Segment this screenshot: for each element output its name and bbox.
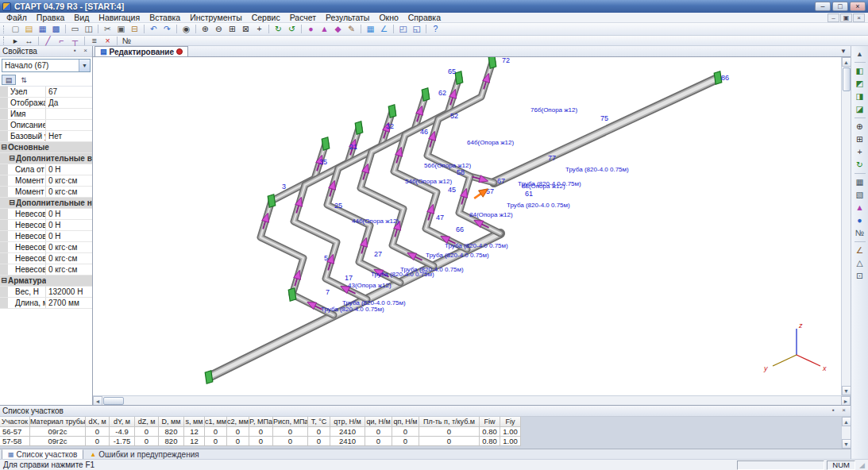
renumber-icon[interactable]: № — [120, 36, 133, 46]
node-label[interactable]: 66 — [456, 225, 464, 233]
pipe-loop-2[interactable] — [294, 128, 367, 299]
mdi-restore-button[interactable]: ▣ — [840, 13, 852, 22]
undo-icon[interactable]: ↶ — [147, 24, 160, 34]
view-top-icon[interactable]: ◩ — [853, 78, 867, 90]
view-side-icon[interactable]: ◨ — [853, 91, 867, 102]
column-header[interactable]: c1, мм — [205, 417, 227, 427]
measure-icon[interactable]: ∠ — [853, 245, 867, 256]
property-value[interactable]: 0 кгс·см — [45, 264, 92, 275]
property-group-row[interactable]: ⊟Дополнительные весо — [0, 153, 92, 164]
resize-grip[interactable]: ◢ — [855, 461, 865, 469]
scroll-down-icon[interactable]: ▼ — [842, 439, 851, 449]
add-tee-icon[interactable]: ┬ — [68, 36, 82, 46]
column-header[interactable]: P, МПа — [249, 417, 273, 427]
data-cell[interactable]: 0 — [135, 427, 159, 437]
anchor-plate[interactable] — [205, 371, 213, 384]
zoom-out-icon[interactable]: ⊖ — [212, 24, 226, 34]
data-cell[interactable]: 0 — [365, 427, 392, 437]
collapse-icon[interactable]: ⊟ — [0, 275, 8, 286]
column-header[interactable]: Пл-ть п, т/куб.м — [419, 417, 480, 427]
zoom-window-view-icon[interactable]: ⊞ — [853, 133, 867, 145]
column-header[interactable]: T, °C — [308, 417, 330, 427]
new-file-icon[interactable]: ▢ — [9, 24, 22, 34]
data-cell[interactable]: 0 — [419, 437, 480, 446]
wireframe-mode-icon[interactable]: ▦ — [853, 176, 867, 188]
tab-list-button[interactable]: ▼ — [838, 46, 849, 56]
data-cell[interactable]: 0 — [86, 427, 110, 437]
data-cell[interactable]: 0 — [205, 437, 227, 446]
data-cell[interactable]: 820 — [159, 427, 184, 437]
scroll-up-icon[interactable]: ▲ — [842, 417, 851, 426]
add-bend-icon[interactable]: ⌐ — [55, 36, 68, 46]
property-value[interactable]: 0 Н — [45, 231, 92, 241]
zoom-window-icon[interactable]: ⊞ — [226, 24, 239, 34]
cut-icon[interactable]: ✂ — [101, 24, 114, 34]
data-cell[interactable]: 0 — [205, 427, 227, 437]
data-cell[interactable]: 0 — [273, 437, 308, 446]
view-settings-icon[interactable]: ⊡ — [853, 270, 867, 282]
pipe-loop-1[interactable] — [260, 144, 334, 315]
pin-icon[interactable]: ▪ — [829, 406, 838, 415]
close-button[interactable]: × — [850, 2, 866, 11]
show-nodes-icon[interactable]: ● — [853, 214, 867, 226]
node-label[interactable]: 7 — [326, 288, 330, 296]
properties-tool-icon[interactable]: ≡ — [87, 36, 101, 46]
anchor-plate[interactable] — [455, 71, 463, 85]
rotate-view-3d-icon[interactable]: ↻ — [853, 159, 867, 171]
insert-node-icon[interactable]: ● — [304, 24, 318, 34]
node-label[interactable]: 17 — [345, 274, 353, 282]
data-cell[interactable]: 0 — [249, 427, 273, 437]
scroll-left-icon[interactable]: ◄ — [93, 396, 102, 406]
node-label[interactable]: 86 — [721, 74, 729, 82]
property-value[interactable]: 67 — [45, 87, 92, 97]
menu-item-insert[interactable]: Вставка — [145, 13, 185, 23]
node-label[interactable]: 27 — [374, 250, 382, 258]
column-header[interactable]: Рисп, МПа — [273, 417, 308, 427]
print-preview-icon[interactable]: ◫ — [82, 24, 95, 34]
menu-item-view[interactable]: Вид — [69, 13, 94, 23]
show-labels-icon[interactable]: № — [853, 227, 867, 239]
minimize-button[interactable]: – — [815, 2, 831, 11]
data-cell[interactable]: 820 — [159, 437, 184, 446]
menu-item-calculation[interactable]: Расчет — [285, 13, 321, 23]
property-value[interactable]: 2700 мм — [45, 298, 92, 308]
data-cell[interactable]: 1.00 — [500, 427, 521, 437]
pan-icon[interactable]: + — [253, 24, 266, 34]
property-value[interactable]: 0 Н — [45, 209, 92, 219]
collapse-icon[interactable]: ⊟ — [0, 142, 8, 152]
zoom-in-icon[interactable]: ⊕ — [199, 24, 212, 34]
anchor-plate[interactable] — [422, 88, 430, 102]
show-grid-icon[interactable]: ▦ — [364, 24, 377, 34]
property-value[interactable]: 0 кгс·см — [45, 242, 92, 252]
column-header[interactable]: s, мм — [184, 417, 205, 427]
edit-geometry-icon[interactable]: ✎ — [345, 24, 358, 34]
pan-view-icon[interactable]: + — [853, 146, 867, 158]
alphabetical-sort-icon[interactable]: ⇅ — [17, 75, 31, 85]
column-header[interactable]: dY, м — [110, 417, 135, 427]
scroll-down-icon[interactable]: ▼ — [842, 386, 851, 395]
canvas-vertical-scrollbar[interactable]: ▲ ▼ — [841, 57, 851, 395]
node-label[interactable]: 5 — [324, 254, 328, 262]
show-supports-icon[interactable]: ▲ — [853, 202, 867, 214]
data-cell[interactable]: 0 — [86, 437, 110, 446]
redo-icon[interactable]: ↷ — [160, 24, 174, 34]
section-id-cell[interactable]: 57-58 — [0, 437, 30, 446]
object-selector-dropdown[interactable]: Начало (67) ▼ — [2, 59, 91, 72]
column-header[interactable]: qп, Н/м — [392, 417, 419, 427]
column-header[interactable]: Fiw — [480, 417, 500, 427]
insert-support-icon[interactable]: ▲ — [318, 24, 331, 34]
menu-item-file[interactable]: Файл — [2, 13, 32, 23]
node-label[interactable]: 47 — [436, 214, 444, 222]
node-label[interactable]: 77 — [548, 154, 556, 162]
mdi-close-button[interactable]: × — [853, 13, 865, 22]
data-cell[interactable]: 12 — [184, 427, 205, 437]
window-tile-icon[interactable]: ◱ — [410, 24, 423, 34]
property-group-row[interactable]: ⊟Основные — [0, 142, 92, 153]
column-header[interactable]: c2, мм — [227, 417, 249, 427]
data-cell[interactable]: 09г2с — [30, 437, 86, 446]
close-icon[interactable]: × — [81, 47, 90, 56]
section-view-icon[interactable]: △ — [853, 257, 867, 269]
open-file-icon[interactable]: ▤ — [22, 24, 36, 34]
property-value[interactable]: Да — [45, 98, 92, 108]
column-header[interactable]: qтр, Н/м — [330, 417, 365, 427]
